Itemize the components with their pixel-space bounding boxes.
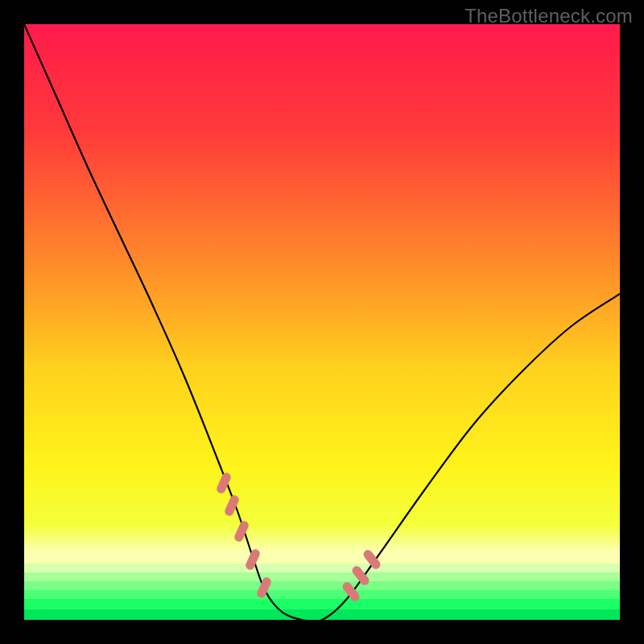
threshold-markers-left-seg — [229, 500, 235, 512]
threshold-markers-right-seg — [357, 571, 365, 581]
threshold-markers-left-seg — [221, 477, 227, 489]
bottleneck-curve — [24, 24, 620, 620]
watermark-text: TheBottleneck.com — [464, 5, 633, 27]
threshold-markers-left-seg — [262, 582, 267, 594]
threshold-markers-left-seg — [239, 526, 245, 538]
chart-frame: TheBottleneck.com — [0, 0, 644, 644]
threshold-markers-left-seg — [250, 554, 256, 566]
curve-layer — [24, 24, 620, 620]
plot-area — [24, 24, 620, 620]
threshold-markers-right-seg — [368, 555, 376, 565]
threshold-markers-right-seg — [347, 587, 355, 597]
